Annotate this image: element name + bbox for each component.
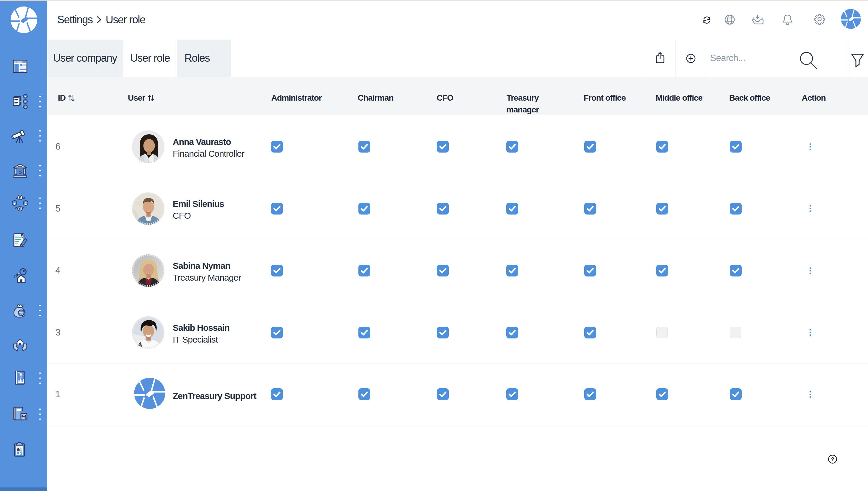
- svg-text:$: $: [20, 451, 23, 456]
- svg-text:$: $: [19, 195, 21, 200]
- svg-text:$: $: [20, 372, 23, 377]
- svg-text:£: £: [25, 201, 27, 206]
- svg-text:?: ?: [831, 456, 834, 462]
- svg-text:$: $: [21, 233, 24, 238]
- svg-text:%: %: [19, 310, 23, 315]
- svg-text:¥: ¥: [13, 201, 16, 206]
- svg-text:$: $: [18, 169, 22, 175]
- svg-text:€: €: [19, 206, 21, 211]
